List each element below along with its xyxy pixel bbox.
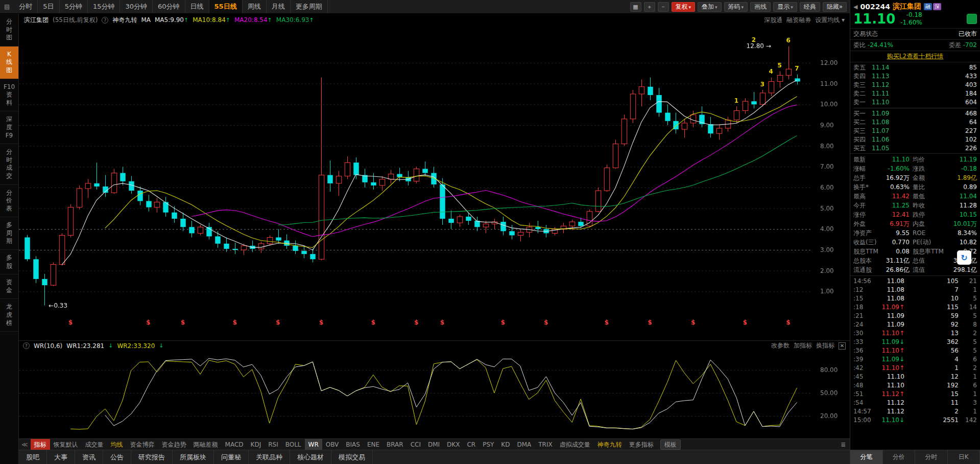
indicator-tab-恢复默认[interactable]: 恢复默认: [50, 439, 82, 450]
order-book-row[interactable]: 卖三11.12403: [853, 81, 977, 89]
quote-tab-分时[interactable]: 分时: [915, 450, 948, 464]
indicator-tab-两融差额[interactable]: 两融差额: [190, 439, 222, 450]
tool-隐藏[interactable]: 隐藏»: [823, 2, 847, 12]
close-indicator-icon[interactable]: ✕: [839, 342, 846, 350]
sidebar-item-深度F9[interactable]: 深 度 F9: [0, 111, 18, 144]
indicator-tab-神奇九转[interactable]: 神奇九转: [594, 439, 626, 450]
sidebar-item-分价表[interactable]: 分 价 表: [0, 185, 18, 218]
float-widget-icon[interactable]: ↻: [957, 250, 971, 265]
indicator-tab-ENE[interactable]: ENE: [364, 439, 383, 450]
order-book-row[interactable]: 卖五11.1485: [853, 63, 977, 72]
indicator-tab-指标[interactable]: 指标: [31, 439, 50, 450]
indicator-tab-均线[interactable]: 均线: [107, 439, 127, 450]
nav-item-关联品种[interactable]: 关联品种: [249, 450, 290, 464]
sidebar-item-分时成交[interactable]: 分 时 成 交: [0, 144, 18, 184]
period-tab-60分钟[interactable]: 60分钟: [153, 0, 185, 13]
tool-经典[interactable]: 经典: [800, 2, 820, 12]
sidebar-item-龙虎榜[interactable]: 龙 虎 榜: [0, 299, 18, 332]
order-book-row[interactable]: 卖一11.10604: [853, 98, 977, 107]
indicator-help-icon[interactable]: ?: [23, 342, 30, 349]
indicator-tab-OBV[interactable]: OBV: [322, 439, 343, 450]
nav-item-大事[interactable]: 大事: [47, 450, 75, 464]
help-icon[interactable]: ?: [102, 17, 108, 24]
quote-tab-分笔[interactable]: 分笔: [850, 450, 883, 464]
indicator-tab-DMA[interactable]: DMA: [513, 439, 535, 450]
back-arrow-icon[interactable]: ◀: [853, 4, 857, 10]
chart-link-融资融券[interactable]: 融资融券: [786, 16, 811, 25]
sidebar-item-分时图[interactable]: 分 时 图: [0, 14, 18, 47]
order-book-row[interactable]: 卖四11.13433: [853, 72, 977, 81]
indicator-tab-CR[interactable]: CR: [463, 439, 479, 450]
sidebar-item-多周期[interactable]: 多 周 期: [0, 217, 18, 250]
indicator-tab-更多指标[interactable]: 更多指标: [626, 439, 657, 450]
order-book-row[interactable]: 买一11.09468: [853, 109, 977, 118]
sidebar-item-多股[interactable]: 多 股: [0, 250, 18, 274]
nav-item-股吧[interactable]: 股吧: [19, 450, 47, 464]
indicator-tab-BIAS[interactable]: BIAS: [342, 439, 364, 450]
indicator-tab-KDJ[interactable]: KDJ: [247, 439, 265, 450]
tool-画线[interactable]: 画线: [750, 2, 771, 12]
period-tab-月线[interactable]: 月线: [267, 0, 291, 13]
zoom-out-icon[interactable]: －: [658, 2, 669, 12]
order-book-row[interactable]: 卖二11.11184: [853, 89, 977, 98]
indicator-tab-成交量[interactable]: 成交量: [82, 439, 107, 450]
period-tab-日线[interactable]: 日线: [185, 0, 209, 13]
menu-grid-icon[interactable]: ▤: [0, 3, 14, 10]
scroll-left-icon[interactable]: ≪: [19, 441, 31, 448]
order-book-row[interactable]: 买五11.05226: [853, 144, 977, 153]
tool-叠加[interactable]: 叠加▾: [698, 2, 722, 12]
order-book-row[interactable]: 买三11.07227: [853, 127, 977, 135]
period-tab-周线[interactable]: 周线: [243, 0, 267, 13]
stock-name[interactable]: 滨江集团: [893, 2, 921, 11]
indicator-tab-KD[interactable]: KD: [497, 439, 513, 450]
indicator-tab-MACD[interactable]: MACD: [222, 439, 247, 450]
nav-item-公告[interactable]: 公告: [103, 450, 131, 464]
tool-复权[interactable]: 复权▾: [672, 2, 696, 12]
chart-link-深股通[interactable]: 深股通: [764, 16, 782, 25]
nav-item-研究报告[interactable]: 研究报告: [131, 450, 173, 464]
zoom-in-icon[interactable]: ＋: [644, 2, 655, 12]
period-tab-15分钟[interactable]: 15分钟: [88, 0, 121, 13]
indicator-tab-资金博弈[interactable]: 资金博弈: [127, 439, 158, 450]
order-book-row[interactable]: 买二11.0864: [853, 118, 977, 127]
sidebar-item-K线图[interactable]: K 线 图: [0, 47, 18, 79]
period-tab-更多周期[interactable]: 更多周期: [291, 0, 328, 13]
indicator-tab-PSY[interactable]: PSY: [479, 439, 497, 450]
period-tab-55日线[interactable]: 55日线: [209, 0, 243, 13]
nav-item-资讯[interactable]: 资讯: [75, 450, 103, 464]
layout-icon[interactable]: ▦: [630, 2, 641, 12]
indicator-tab-虚拟成交量[interactable]: 虚拟成交量: [556, 439, 594, 450]
wr-chart-canvas[interactable]: [19, 351, 850, 438]
indicator-tab-TRIX[interactable]: TRIX: [535, 439, 556, 450]
tool-筹码[interactable]: 筹码▾: [724, 2, 748, 12]
indicator-tab-WR[interactable]: WR: [305, 439, 322, 450]
indicator-tab-DMI[interactable]: DMI: [424, 439, 443, 450]
period-tab-5日[interactable]: 5日: [38, 0, 59, 13]
overlay-indicator-label[interactable]: 神奇九转: [112, 16, 137, 25]
wr-action-换指标[interactable]: 换指标: [816, 341, 834, 350]
panel-corner-icon[interactable]: [967, 14, 977, 24]
wr-action-加指标[interactable]: 加指标: [794, 341, 812, 350]
period-tab-分时[interactable]: 分时: [14, 0, 38, 13]
order-book-row[interactable]: 买四11.06102: [853, 135, 977, 144]
wr-action-改参数[interactable]: 改参数: [771, 341, 790, 350]
l2-upsell-link[interactable]: 购买L2查看十档行情: [850, 51, 980, 62]
indicator-tab-RSI[interactable]: RSI: [265, 439, 282, 450]
indicator-tab-CCI[interactable]: CCI: [407, 439, 424, 450]
indicator-tab-资金趋势[interactable]: 资金趋势: [158, 439, 190, 450]
quote-tab-日K[interactable]: 日K: [948, 450, 980, 464]
nav-item-模拟交易[interactable]: 模拟交易: [331, 450, 373, 464]
tick-list[interactable]: 14:5611.0810521:1211.0871:1511.08105:181…: [850, 275, 980, 450]
indicator-tab-BOLL[interactable]: BOLL: [282, 439, 305, 450]
nav-item-核心题材[interactable]: 核心题材: [290, 450, 331, 464]
indicator-list-icon[interactable]: ≣: [836, 441, 850, 448]
tool-显示[interactable]: 显示▾: [773, 2, 797, 12]
indicator-tab-BRAR[interactable]: BRAR: [383, 439, 407, 450]
sidebar-item-F10资料[interactable]: F10 资 料: [0, 79, 18, 112]
chart-link-设置均线[interactable]: 设置均线 ▾: [815, 16, 845, 25]
indicator-tab-模板[interactable]: 模板: [660, 439, 681, 450]
period-tab-5分钟[interactable]: 5分钟: [60, 0, 88, 13]
quote-tab-分价[interactable]: 分价: [883, 450, 916, 464]
indicator-tab-DKX[interactable]: DKX: [443, 439, 463, 450]
kline-chart-canvas[interactable]: [19, 26, 850, 340]
